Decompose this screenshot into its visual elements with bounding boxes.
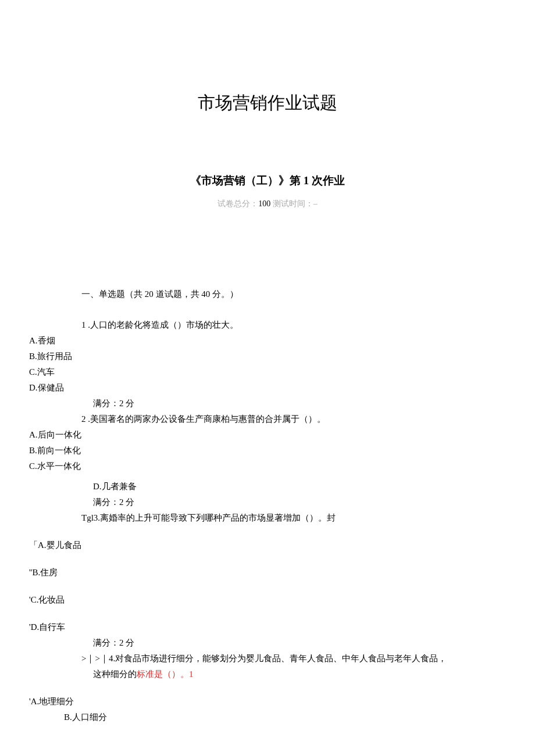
q4-stem-line2b: 标准是（）。1: [137, 669, 194, 679]
q1-option-b: B.旅行用品: [29, 349, 506, 364]
q3-option-c: 'C.化妆品: [29, 592, 506, 608]
q2-option-d: D.几者兼备: [93, 479, 506, 495]
q4-stem-line2a: 这种细分的: [93, 669, 137, 679]
q1-option-d: D.保健品: [29, 380, 506, 396]
q3-option-b: ''B.住房: [29, 565, 506, 581]
q3-score: 满分：2 分: [93, 635, 506, 651]
q2-option-b: B.前向一体化: [29, 443, 506, 458]
q3-option-a: 「A.婴儿食品: [29, 538, 506, 553]
q3-option-d: 'D.自行车: [29, 619, 506, 635]
q4-stem-line2: 这种细分的标准是（）。1: [93, 667, 506, 682]
q3-stem: Tgl3.离婚率的上升可能导致下列哪种产品的市场显著增加（）。封: [81, 510, 506, 526]
main-title: 市场营销作业试题: [29, 87, 506, 119]
meta-time-label: 测试时间：–: [273, 199, 318, 208]
q1-score: 满分：2 分: [93, 396, 506, 411]
meta-line: 试卷总分：100 测试时间：–: [29, 196, 506, 211]
q1-option-a: A.香烟: [29, 333, 506, 349]
q4-stem-line1: >｜>｜4.对食品市场进行细分，能够划分为婴儿食品、青年人食品、中年人食品与老年…: [81, 651, 506, 667]
q1-option-c: C.汽车: [29, 364, 506, 380]
q4-option-b: B.人口细分: [64, 710, 506, 725]
q4-option-a: 'A.地理细分: [29, 694, 506, 710]
meta-total-prefix: 试卷总分：: [217, 199, 258, 208]
q2-score: 满分：2 分: [93, 495, 506, 510]
section-header: 一、单选题（共 20 道试题，共 40 分。）: [81, 286, 506, 302]
q1-stem: 1 .人口的老龄化将造成（）市场的壮大。: [81, 317, 506, 333]
sub-title: 《市场营销（工）》第 1 次作业: [29, 171, 506, 191]
q2-stem: 2 .美国著名的两家办公设备生产商康柏与惠普的合并属于（）。: [81, 411, 506, 427]
q2-option-a: A.后向一体化: [29, 427, 506, 443]
q2-option-c: C.水平一体化: [29, 458, 506, 474]
meta-total-value: 100: [258, 199, 270, 208]
